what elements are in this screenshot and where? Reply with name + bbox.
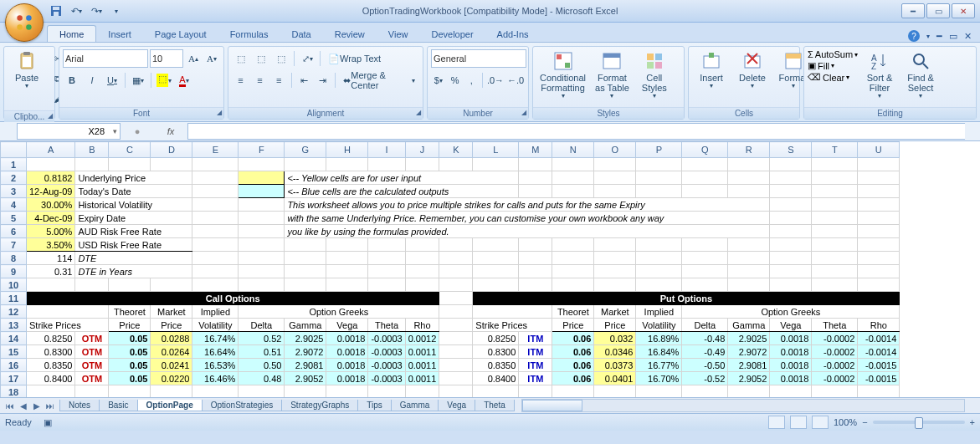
row-header-18[interactable]: 18 — [1, 385, 27, 398]
name-box[interactable]: X28 — [17, 123, 121, 140]
col-header-R[interactable]: R — [728, 142, 770, 158]
number-launcher[interactable]: ◢ — [521, 109, 526, 116]
align-top[interactable]: ⬚ — [232, 49, 250, 68]
clear-button[interactable]: ⌫ Clear▾ — [808, 72, 858, 83]
underline-button[interactable]: U▾ — [103, 71, 121, 89]
row-header-5[interactable]: 5 — [1, 212, 27, 225]
align-middle[interactable]: ⬚ — [252, 49, 270, 68]
col-header-Q[interactable]: Q — [682, 142, 728, 158]
row-header-8[interactable]: 8 — [1, 252, 27, 265]
number-format-select[interactable] — [431, 49, 526, 68]
row-header-15[interactable]: 15 — [1, 345, 27, 359]
col-header-M[interactable]: M — [519, 142, 552, 158]
col-header-K[interactable]: K — [439, 142, 473, 158]
paste-button[interactable]: Paste▾ — [8, 49, 46, 92]
col-header-U[interactable]: U — [858, 142, 900, 158]
accounting-button[interactable]: $▾ — [431, 71, 446, 89]
row-header-4[interactable]: 4 — [1, 198, 27, 212]
autosum-button[interactable]: Σ AutoSum▾ — [808, 49, 858, 59]
zoom-level[interactable]: 100% — [834, 417, 857, 427]
row-header-12[interactable]: 12 — [1, 305, 27, 319]
worksheet-grid[interactable]: ABCDEFGHIJKLMNOPQRSTU120.8182Underlying … — [0, 141, 980, 397]
increase-indent[interactable]: ⇥ — [315, 71, 332, 89]
view-page-break[interactable] — [812, 416, 829, 429]
redo-button[interactable]: ↷▾ — [89, 3, 104, 18]
col-header-E[interactable]: E — [192, 142, 239, 158]
sheet-tab-basic[interactable]: Basic — [99, 400, 137, 411]
col-header-N[interactable]: N — [552, 142, 594, 158]
tab-insert[interactable]: Insert — [96, 26, 143, 42]
office-button[interactable] — [5, 3, 44, 42]
tab-developer[interactable]: Developer — [419, 26, 485, 42]
sheet-first[interactable]: ⏮ — [3, 401, 17, 411]
row-header-7[interactable]: 7 — [1, 238, 27, 252]
percent-button[interactable]: % — [448, 71, 463, 89]
sheet-tab-strategygraphs[interactable]: StrategyGraphs — [281, 400, 358, 411]
tab-view[interactable]: View — [377, 26, 420, 42]
col-header-D[interactable]: D — [151, 142, 192, 158]
row-header-2[interactable]: 2 — [1, 171, 27, 185]
sheet-tab-tips[interactable]: Tips — [357, 400, 392, 411]
fill-color-button[interactable]: ⬚▾ — [155, 71, 173, 89]
col-header-H[interactable]: H — [326, 142, 368, 158]
row-header-9[interactable]: 9 — [1, 265, 27, 278]
col-header-F[interactable]: F — [239, 142, 285, 158]
col-header-B[interactable]: B — [75, 142, 109, 158]
increase-decimal[interactable]: .0→ — [486, 71, 505, 89]
col-header-J[interactable]: J — [405, 142, 439, 158]
macro-record-icon[interactable]: ▣ — [44, 417, 52, 428]
undo-button[interactable]: ↶▾ — [69, 3, 84, 18]
col-header-P[interactable]: P — [636, 142, 682, 158]
row-header-16[interactable]: 16 — [1, 359, 27, 372]
sheet-last[interactable]: ⏭ — [44, 401, 57, 411]
border-button[interactable]: ▦▾ — [129, 71, 147, 89]
row-header-17[interactable]: 17 — [1, 372, 27, 385]
align-right[interactable]: ≡ — [270, 71, 288, 89]
qat-customize[interactable]: ▾ — [109, 3, 124, 18]
zoom-in[interactable]: + — [970, 417, 975, 427]
save-button[interactable] — [49, 3, 64, 18]
sheet-next[interactable]: ▶ — [30, 401, 44, 411]
comma-button[interactable]: , — [464, 71, 479, 89]
align-center[interactable]: ≡ — [251, 71, 269, 89]
row-header-1[interactable]: 1 — [1, 158, 27, 171]
tab-home[interactable]: Home — [47, 25, 96, 42]
doc-close[interactable]: ✕ — [964, 31, 972, 42]
insert-cells[interactable]: Insert▾ — [692, 49, 731, 92]
col-header-A[interactable]: A — [27, 142, 75, 158]
tab-formulas[interactable]: Formulas — [218, 26, 280, 42]
find-select[interactable]: Find & Select▾ — [901, 49, 940, 102]
conditional-formatting[interactable]: Conditional Formatting▾ — [536, 49, 589, 102]
doc-minimize[interactable]: ━ — [936, 31, 942, 42]
row-header-10[interactable]: 10 — [1, 278, 27, 292]
merge-center-button[interactable]: ⬌ Merge & Center▾ — [339, 71, 419, 89]
help-icon[interactable]: ? — [908, 30, 920, 42]
ribbon-minimize[interactable]: ▾ — [926, 33, 930, 40]
col-header-C[interactable]: C — [109, 142, 151, 158]
orientation-button[interactable]: ⤢▾ — [298, 49, 316, 68]
wrap-text-button[interactable]: 📄 Wrap Text — [324, 49, 385, 68]
col-header-G[interactable]: G — [285, 142, 326, 158]
grow-font-button[interactable]: A▴ — [185, 49, 202, 68]
close-button[interactable]: ✕ — [952, 3, 975, 18]
sheet-tab-vega[interactable]: Vega — [438, 400, 475, 411]
font-launcher[interactable]: ◢ — [217, 109, 222, 116]
tab-review[interactable]: Review — [323, 26, 377, 42]
decrease-indent[interactable]: ⇤ — [295, 71, 313, 89]
select-all[interactable] — [1, 142, 27, 158]
align-bottom[interactable]: ⬚ — [272, 49, 290, 68]
sheet-tab-optionstrategies[interactable]: OptionStrategies — [202, 400, 283, 411]
font-size-select[interactable] — [150, 49, 183, 68]
sheet-tab-notes[interactable]: Notes — [59, 400, 100, 411]
sheet-tab-theta[interactable]: Theta — [475, 400, 515, 411]
decrease-decimal[interactable]: ←.0 — [506, 71, 525, 89]
tab-addins[interactable]: Add-Ins — [485, 26, 541, 42]
row-header-13[interactable]: 13 — [1, 319, 27, 332]
col-header-S[interactable]: S — [770, 142, 812, 158]
col-header-L[interactable]: L — [473, 142, 519, 158]
zoom-slider[interactable] — [873, 421, 965, 424]
doc-restore[interactable]: ▭ — [949, 31, 957, 42]
sheet-tab-gamma[interactable]: Gamma — [391, 400, 439, 411]
tab-page-layout[interactable]: Page Layout — [143, 26, 218, 42]
col-header-O[interactable]: O — [594, 142, 636, 158]
